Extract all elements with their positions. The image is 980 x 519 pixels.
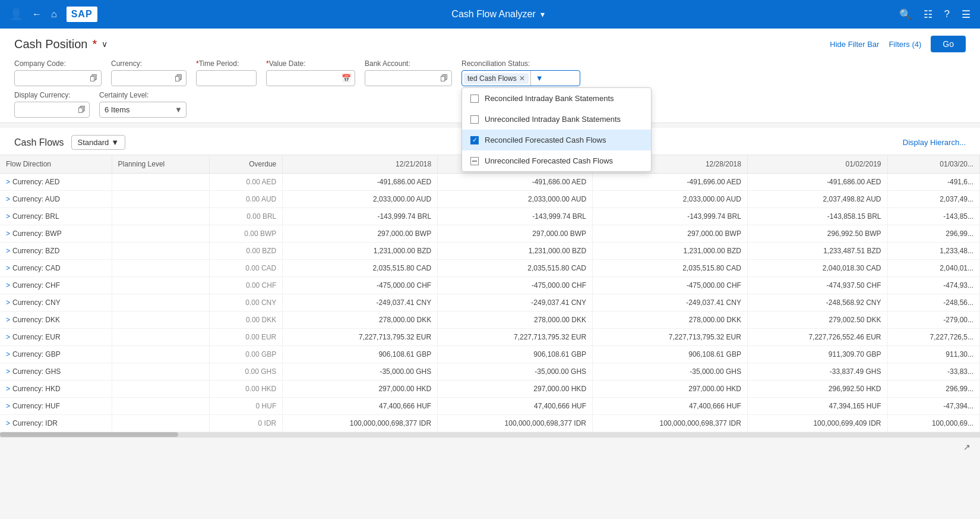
company-code-copy-icon[interactable]: 🗍 (86, 71, 101, 86)
table-row[interactable]: >Currency: DKK 0.00 DKK 278,000.00 DKK 2… (0, 312, 980, 329)
table-row[interactable]: >Currency: GHS 0.00 GHS -35,000.00 GHS -… (0, 363, 980, 380)
checkbox-reconciled-intraday[interactable] (470, 95, 479, 103)
menu-icon[interactable]: ☰ (962, 8, 970, 21)
checkbox-reconciled-forecasted[interactable]: ✓ (470, 136, 479, 144)
checkbox-unreconciled-intraday[interactable] (470, 115, 479, 124)
row-expander-icon[interactable]: > (6, 316, 10, 324)
table-row[interactable]: >Currency: BZD 0.00 BZD 1,231,000.00 BZD… (0, 243, 980, 260)
hide-filter-button[interactable]: Hide Filter Bar (830, 40, 879, 49)
certainty-level-label: Certainty Level: (99, 91, 186, 99)
page-title-chevron[interactable]: ∨ (102, 39, 108, 49)
table-row[interactable]: >Currency: AED 0.00 AED -491,686.00 AED … (0, 174, 980, 191)
checkbox-unreconciled-forecasted[interactable] (470, 157, 479, 165)
certainty-level-dropdown-icon[interactable]: ▼ (171, 102, 186, 117)
row-expander-icon[interactable]: > (6, 402, 10, 410)
dropdown-item-unreconciled-forecasted[interactable]: Unreconciled Forecasted Cash Flows (462, 150, 651, 171)
cell-overdue: 0.00 GHS (209, 363, 283, 380)
row-expander-icon[interactable]: > (6, 385, 10, 393)
cell-overdue: 0.00 HKD (209, 380, 283, 398)
help-icon[interactable]: ? (944, 8, 950, 20)
view-standard-button[interactable]: Standard ▼ (71, 135, 126, 150)
cell-date3: 278,000.00 DKK (593, 312, 748, 329)
filters-count-link[interactable]: Filters (4) (889, 40, 921, 49)
cell-date5: -491,6... (887, 174, 979, 191)
user-icon[interactable]: 👤 (10, 8, 23, 21)
row-expander-icon[interactable]: > (6, 350, 10, 358)
value-date-calendar-icon[interactable]: 📅 (338, 71, 355, 86)
dropdown-item-unreconciled-intraday[interactable]: Unreconciled Intraday Bank Statements (462, 109, 651, 130)
cell-date1: 278,000.00 DKK (283, 312, 438, 329)
cell-planning-level (112, 260, 209, 277)
cell-date4: 2,037,498.82 AUD (747, 191, 887, 208)
cell-date5: -474,93... (887, 277, 979, 294)
row-expander-icon[interactable]: > (6, 281, 10, 290)
row-expander-icon[interactable]: > (6, 419, 10, 427)
table-row[interactable]: >Currency: HUF 0 HUF 47,400,666 HUF 47,4… (0, 398, 980, 415)
time-period-input-wrap: D7 (196, 70, 257, 86)
currency-copy-icon[interactable]: 🗍 (171, 71, 186, 86)
row-expander-icon[interactable]: > (6, 178, 10, 186)
table-row[interactable]: >Currency: CNY 0.00 CNY -249,037.41 CNY … (0, 294, 980, 312)
row-expander-icon[interactable]: > (6, 367, 10, 376)
cell-currency: >Currency: CHF (0, 277, 112, 294)
company-code-input[interactable] (15, 71, 86, 86)
display-currency-copy-icon[interactable]: 🗍 (74, 102, 89, 117)
expand-icon[interactable]: ↗ (963, 442, 970, 452)
dropdown-item-reconciled-forecasted[interactable]: ✓ Reconciled Forecasted Cash Flows (462, 130, 651, 150)
cell-overdue: 0 IDR (209, 415, 283, 432)
table-row[interactable]: >Currency: GBP 0.00 GBP 906,108.61 GBP 9… (0, 346, 980, 363)
cell-currency: >Currency: BWP (0, 225, 112, 243)
cell-date2: -35,000.00 GHS (438, 363, 593, 380)
cell-overdue: 0.00 CHF (209, 277, 283, 294)
display-hierarchy-link[interactable]: Display Hierarch... (903, 138, 966, 147)
display-currency-input[interactable] (15, 102, 74, 117)
currency-field: Currency: 🗍 (111, 59, 186, 86)
table-row[interactable]: >Currency: IDR 0 IDR 100,000,000,698,377… (0, 415, 980, 432)
table-scrollbar[interactable] (0, 432, 980, 437)
row-expander-icon[interactable]: > (6, 333, 10, 341)
certainty-level-value: 6 Items (100, 102, 171, 117)
back-icon[interactable]: ← (32, 9, 42, 20)
page-title: Cash Position * ∨ (14, 37, 108, 51)
row-expander-icon[interactable]: > (6, 195, 10, 203)
table-container[interactable]: Flow Direction Planning Level Overdue 12… (0, 155, 980, 432)
cell-date2: 278,000.00 DKK (438, 312, 593, 329)
cell-date4: 7,227,726,552.46 EUR (747, 329, 887, 346)
table-row[interactable]: >Currency: CAD 0.00 CAD 2,035,515.80 CAD… (0, 260, 980, 277)
row-expander-icon[interactable]: > (6, 298, 10, 307)
row-expander-icon[interactable]: > (6, 264, 10, 272)
required-star: * (92, 37, 97, 51)
table-row[interactable]: >Currency: BRL 0.00 BRL -143,999.74 BRL … (0, 208, 980, 225)
row-expander-icon[interactable]: > (6, 229, 10, 238)
currency-input[interactable] (112, 71, 171, 86)
bank-account-copy-icon[interactable]: 🗍 (437, 71, 451, 86)
tag-close-icon[interactable]: ✕ (519, 74, 525, 83)
display-currency-field: Display Currency: 🗍 (14, 91, 90, 118)
cell-date3: -491,696.00 AED (593, 174, 748, 191)
table-row[interactable]: >Currency: CHF 0.00 CHF -475,000.00 CHF … (0, 277, 980, 294)
table-row[interactable]: >Currency: EUR 0.00 EUR 7,227,713,795.32… (0, 329, 980, 346)
go-button[interactable]: Go (931, 36, 966, 52)
search-icon[interactable]: 🔍 (899, 8, 912, 21)
dropdown-item-reconciled-intraday[interactable]: Reconciled Intraday Bank Statements (462, 88, 651, 109)
cell-date3: 297,000.00 BWP (593, 225, 748, 243)
grid-icon[interactable]: ☷ (924, 8, 932, 21)
table-row[interactable]: >Currency: AUD 0.00 AUD 2,033,000.00 AUD… (0, 191, 980, 208)
cell-date2: 297,000.00 HKD (438, 380, 593, 398)
cell-currency: >Currency: IDR (0, 415, 112, 432)
row-expander-icon[interactable]: > (6, 212, 10, 221)
bank-account-input[interactable] (365, 71, 437, 86)
value-date-input[interactable]: 12/21/2018 (267, 71, 338, 86)
table-row[interactable]: >Currency: BWP 0.00 BWP 297,000.00 BWP 2… (0, 225, 980, 243)
app-title-chevron[interactable]: ▾ (540, 10, 545, 19)
table-scroll-thumb[interactable] (0, 432, 178, 437)
cell-date2: -491,686.00 AED (438, 174, 593, 191)
dropdown-item-label-unreconciled-intraday: Unreconciled Intraday Bank Statements (485, 115, 621, 124)
table-row[interactable]: >Currency: HKD 0.00 HKD 297,000.00 HKD 2… (0, 380, 980, 398)
cell-date4: 911,309.70 GBP (747, 346, 887, 363)
reconciliation-dropdown-toggle[interactable]: ▼ (530, 71, 548, 86)
row-expander-icon[interactable]: > (6, 247, 10, 255)
home-icon[interactable]: ⌂ (51, 9, 57, 20)
reconciliation-status-input[interactable]: ted Cash Flows ✕ ▼ (461, 70, 580, 86)
time-period-input[interactable]: D7 (197, 71, 256, 86)
